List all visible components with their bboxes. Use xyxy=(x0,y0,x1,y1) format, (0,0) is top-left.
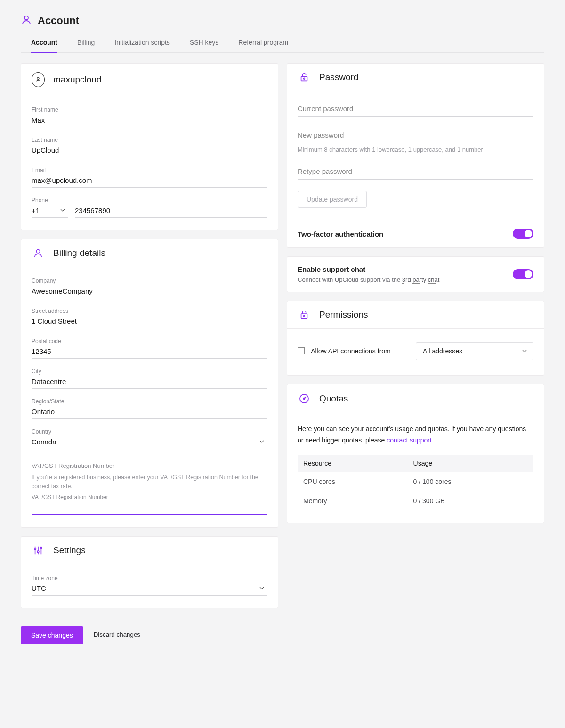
last-name-input[interactable] xyxy=(32,144,267,157)
street-input[interactable] xyxy=(32,315,267,328)
vat-input[interactable] xyxy=(32,501,267,515)
chevron-down-icon xyxy=(521,347,528,356)
email-input[interactable] xyxy=(32,174,267,188)
quotas-table: Resource Usage CPU cores 0 / 100 cores M… xyxy=(298,455,533,510)
svg-point-6 xyxy=(37,550,39,552)
tz-label: Time zone xyxy=(32,575,267,581)
page-title: Account xyxy=(38,15,79,27)
svg-point-4 xyxy=(34,548,36,550)
user-icon xyxy=(21,14,32,27)
api-checkbox[interactable] xyxy=(298,347,305,354)
phone-label: Phone xyxy=(32,197,267,204)
billing-title: Billing details xyxy=(53,248,105,258)
billing-card: Billing details Company Street address P… xyxy=(21,239,278,528)
country-select[interactable] xyxy=(32,436,267,449)
svg-point-1 xyxy=(37,77,39,79)
tabs: Account Billing Initialization scripts S… xyxy=(21,34,544,53)
svg-point-12 xyxy=(304,315,305,317)
lock-icon xyxy=(298,72,311,82)
svg-point-8 xyxy=(40,547,42,549)
third-party-chat-link[interactable]: 3rd party chat xyxy=(402,276,440,284)
first-name-input[interactable] xyxy=(32,114,267,127)
current-password-input[interactable] xyxy=(298,102,533,117)
col-resource: Resource xyxy=(298,455,408,472)
svg-point-2 xyxy=(36,250,40,253)
svg-point-10 xyxy=(304,78,305,79)
support-toggle[interactable] xyxy=(513,269,533,279)
city-label: City xyxy=(32,368,267,375)
quotas-intro: Here you can see your account's usage an… xyxy=(298,424,533,446)
username: maxupcloud xyxy=(53,74,101,85)
support-card: Enable support chat Connect with UpCloud… xyxy=(287,256,544,292)
twofa-toggle[interactable] xyxy=(513,229,533,239)
street-label: Street address xyxy=(32,308,267,314)
permissions-title: Permissions xyxy=(319,310,368,320)
support-title: Enable support chat xyxy=(298,265,439,273)
svg-rect-9 xyxy=(301,76,307,81)
table-row: CPU cores 0 / 100 cores xyxy=(298,472,533,491)
permissions-card: Permissions Allow API connections from A… xyxy=(287,301,544,376)
password-title: Password xyxy=(319,72,358,82)
tab-account[interactable]: Account xyxy=(31,34,57,53)
table-row: Memory 0 / 300 GB xyxy=(298,491,533,510)
api-addresses-select[interactable]: All addresses xyxy=(416,342,533,360)
settings-card: Settings Time zone xyxy=(21,536,278,608)
first-name-label: First name xyxy=(32,106,267,113)
company-label: Company xyxy=(32,278,267,284)
quotas-card: Quotas Here you can see your account's u… xyxy=(287,384,544,523)
vat-heading: VAT/GST Registration Number xyxy=(32,462,267,469)
twofa-title: Two-factor authentication xyxy=(298,230,383,238)
discard-button[interactable]: Discard changes xyxy=(94,631,140,639)
sliders-icon xyxy=(32,545,45,556)
svg-point-14 xyxy=(304,398,305,400)
email-label: Email xyxy=(32,167,267,173)
settings-title: Settings xyxy=(53,545,86,556)
last-name-label: Last name xyxy=(32,137,267,143)
tab-billing[interactable]: Billing xyxy=(77,34,95,52)
city-input[interactable] xyxy=(32,376,267,389)
contact-support-link[interactable]: contact support xyxy=(387,436,432,444)
form-actions: Save changes Discard changes xyxy=(21,626,278,644)
user-circle-icon xyxy=(32,72,45,87)
retype-password-input[interactable] xyxy=(298,164,533,180)
country-label: Country xyxy=(32,428,267,435)
page-header: Account xyxy=(21,14,544,27)
svg-point-0 xyxy=(24,16,28,20)
password-hint: Minimum 8 characters with 1 lowercase, 1… xyxy=(298,146,533,153)
password-card: Password Minimum 8 characters with 1 low… xyxy=(287,63,544,248)
new-password-input[interactable] xyxy=(298,128,533,143)
tab-init-scripts[interactable]: Initialization scripts xyxy=(114,34,170,52)
update-password-button[interactable]: Update password xyxy=(298,191,367,208)
profile-card: maxupcloud First name Last name Email xyxy=(21,63,278,230)
billing-user-icon xyxy=(32,248,45,258)
tab-referral[interactable]: Referral program xyxy=(238,34,288,52)
tz-select[interactable] xyxy=(32,582,267,596)
region-label: Region/State xyxy=(32,398,267,405)
lock-icon xyxy=(298,310,311,320)
tab-ssh-keys[interactable]: SSH keys xyxy=(190,34,218,52)
save-button[interactable]: Save changes xyxy=(21,626,83,644)
company-input[interactable] xyxy=(32,285,267,298)
phone-code-select[interactable] xyxy=(32,204,68,218)
postal-label: Postal code xyxy=(32,338,267,344)
vat-label: VAT/GST Registration Number xyxy=(32,494,267,500)
support-sub: Connect with UpCloud support via the 3rd… xyxy=(298,276,439,283)
vat-help: If you're a registered business, please … xyxy=(32,473,267,491)
api-label: Allow API connections from xyxy=(311,347,391,355)
quotas-title: Quotas xyxy=(319,393,348,404)
postal-input[interactable] xyxy=(32,345,267,359)
region-input[interactable] xyxy=(32,406,267,419)
phone-number-input[interactable] xyxy=(75,204,267,218)
svg-rect-11 xyxy=(301,314,307,318)
col-usage: Usage xyxy=(408,455,533,472)
gauge-icon xyxy=(298,393,311,404)
